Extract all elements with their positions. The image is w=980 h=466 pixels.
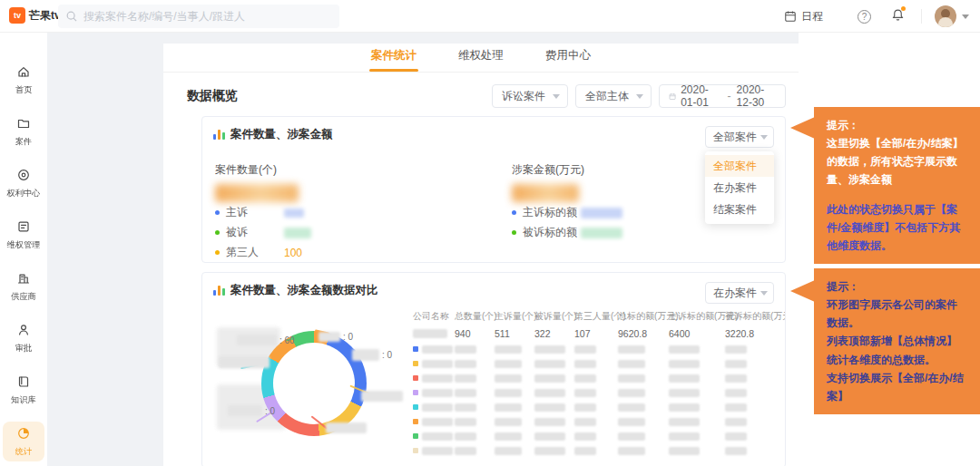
blurred-cell (455, 360, 476, 368)
note-line: 支持切换展示【全部/在办/结案】 (827, 369, 967, 405)
company-legend-dot (413, 419, 418, 424)
avatar[interactable] (935, 5, 956, 27)
table-row-blurred (413, 356, 778, 371)
schedule-button[interactable]: 日程 (784, 9, 823, 24)
blurred-cell (455, 418, 476, 426)
note-title: 提示： (827, 277, 967, 296)
blurred-cell (455, 345, 476, 354)
blurred-cell (618, 389, 645, 397)
sidebar-item-rights-management[interactable]: 维权管理 (3, 215, 44, 255)
overview-header: 数据概览 诉讼案件 全部主体 2020-01-01 - 2020-12-3 (163, 73, 799, 116)
supplier-building-icon (16, 271, 31, 286)
logo-icon: tv (9, 7, 25, 24)
notifications-bell[interactable] (891, 8, 905, 24)
blurred-cell (669, 345, 700, 354)
home-icon (16, 64, 31, 79)
search-bar[interactable] (58, 5, 339, 28)
table-row-blurred (413, 429, 778, 443)
blurred-cell (422, 403, 453, 412)
topbar: tv 芒果tv 日程 ? (0, 0, 980, 33)
blurred-cell (574, 432, 596, 441)
table-row-blurred (413, 385, 778, 400)
content-panel: 案件统计 维权处理 费用中心 数据概览 诉讼案件 全部主体 (163, 44, 799, 466)
legend-row: 主诉标的额 (512, 203, 622, 222)
table-header-cell: 公司名称 (413, 310, 455, 323)
chevron-down-icon (636, 94, 643, 99)
blurred-cell (455, 389, 476, 397)
blurred-cell (725, 389, 747, 397)
case-status-select[interactable]: 全部案件 (705, 126, 774, 148)
card-comparison: 案件数量、涉案金额数据对比 在办案件 (201, 272, 786, 466)
sidebar-item-statistics[interactable]: 统计 (3, 422, 44, 461)
blurred-value (581, 208, 622, 218)
subject-select[interactable]: 全部主体 (575, 84, 652, 108)
company-legend-dot (413, 448, 418, 453)
sidebar: 首页 案件 权利中心 维权管理 供应商 审批 知识库 统计 (0, 33, 47, 466)
legend-dot (215, 250, 220, 255)
blurred-cell (669, 374, 700, 383)
sidebar-item-home[interactable]: 首页 (3, 60, 44, 100)
table-row-blurred (413, 342, 778, 356)
company-legend-dot (413, 361, 418, 366)
donut-label (326, 422, 367, 433)
chevron-down-icon (553, 94, 560, 99)
sidebar-item-knowledge-base[interactable]: 知识库 (3, 370, 44, 410)
statistics-pie-icon (16, 426, 31, 441)
filters: 诉讼案件 全部主体 2020-01-01 - 2020-12-30 (492, 84, 786, 108)
blurred-cell (618, 447, 645, 455)
tab-rights-processing[interactable]: 维权处理 (456, 42, 505, 72)
table-row-blurred (413, 371, 778, 385)
chevron-down-icon (760, 291, 768, 296)
table-row-blurred (413, 414, 778, 429)
blurred-cell (495, 374, 522, 383)
logo-text: 芒果tv (29, 8, 61, 24)
tab-case-statistics[interactable]: 案件统计 (369, 42, 418, 72)
search-input[interactable] (83, 10, 332, 23)
chevron-down-icon (760, 135, 768, 140)
note-line: 列表顶部新增【总体情况】统计各维度的总数据。 (827, 332, 967, 368)
table-header-cell: 总数量(个) (455, 310, 495, 323)
blurred-cell (574, 447, 596, 455)
blurred-value (284, 228, 311, 238)
case-amount-block: 涉案金额(万元) 主诉标的额 被诉标的额 (512, 162, 622, 242)
blurred-cell (618, 403, 645, 412)
account-chevron-down-icon[interactable] (962, 15, 969, 19)
calendar-icon (669, 92, 676, 102)
case-status-option[interactable]: 结案案件 (705, 199, 774, 220)
help-icon[interactable]: ? (858, 10, 871, 24)
blurred-value (581, 228, 622, 238)
annotation-pane: 提示： 这里切换【全部/在办/结案】的数据，所有状态字展示数量、涉案金额 此处的… (799, 33, 980, 466)
blurred-cell (534, 374, 565, 383)
sidebar-item-suppliers[interactable]: 供应商 (3, 267, 44, 306)
blurred-cell (422, 360, 453, 368)
table-header-cell: 总标的额(万元) (618, 310, 669, 323)
tab-expense-center[interactable]: 费用中心 (544, 42, 593, 72)
blurred-cell (455, 403, 476, 412)
company-legend-dot (413, 404, 418, 410)
blurred-value (284, 209, 304, 218)
main-area: 案件统计 维权处理 费用中心 数据概览 诉讼案件 全部主体 (47, 33, 799, 466)
case-status-option[interactable]: 在办案件 (705, 177, 774, 199)
bar-chart-icon (213, 130, 225, 140)
case-type-select[interactable]: 诉讼案件 (492, 84, 568, 108)
blurred-cell (669, 447, 700, 455)
date-range-picker[interactable]: 2020-01-01 - 2020-12-30 (659, 84, 786, 108)
table-header-cell: 主诉标的额(万元) (669, 310, 725, 323)
blurred-cell (725, 432, 747, 441)
sidebar-item-cases[interactable]: 案件 (3, 112, 44, 151)
comparison-status-select[interactable]: 在办案件 (705, 282, 774, 304)
rights-management-icon (16, 219, 31, 234)
sidebar-item-approvals[interactable]: 审批 (3, 318, 44, 358)
third-party-count: 100 (284, 247, 302, 259)
blurred-cell (495, 403, 522, 412)
blurred-cell (495, 432, 522, 441)
sidebar-item-rights-center[interactable]: 权利中心 (3, 163, 44, 203)
note-line: 环形图字展示各公司的案件数据。 (827, 296, 967, 332)
card-header: 案件数量、涉案金额数据对比 (202, 273, 785, 298)
blurred-cell (455, 432, 476, 441)
case-status-option[interactable]: 全部案件 (705, 155, 774, 177)
donut-label (361, 391, 403, 402)
blurred-total-count (215, 184, 299, 202)
app-root: tv 芒果tv 日程 ? 首页 (0, 0, 980, 466)
knowledge-book-icon (16, 374, 31, 389)
